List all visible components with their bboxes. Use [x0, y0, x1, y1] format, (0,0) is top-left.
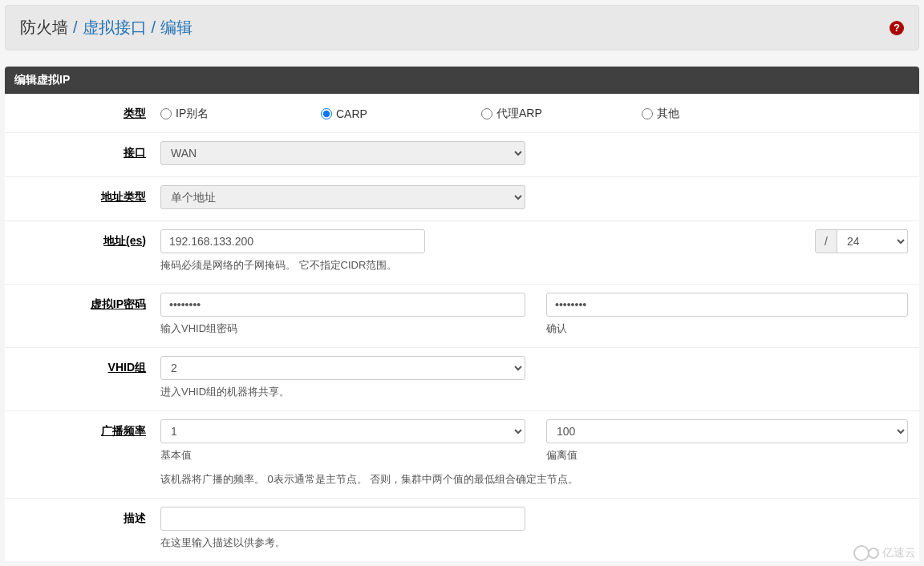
- vip-password-input[interactable]: [160, 293, 525, 317]
- row-adv-frequency: 广播频率 1 基本值 100 偏离值 该机器将广播的频率。 0表示通常是主节点。…: [5, 411, 919, 499]
- radio-proxyarp-input[interactable]: [481, 108, 492, 119]
- adv-skew-label: 偏离值: [546, 448, 908, 463]
- address-input[interactable]: [160, 229, 425, 253]
- radio-ipalias-label: IP别名: [176, 107, 209, 121]
- label-adv-frequency: 广播频率: [16, 419, 160, 439]
- row-vip-password: 虚拟IP密码 输入VHID组密码 确认: [5, 285, 919, 348]
- breadcrumb: 防火墙 / 虚拟接口 / 编辑: [20, 17, 192, 38]
- cidr-slash: /: [815, 229, 837, 253]
- radio-ipalias[interactable]: IP别名: [160, 107, 321, 121]
- label-vhid-group: VHID组: [16, 356, 160, 375]
- address-helper: 掩码必须是网络的子网掩码。 它不指定CIDR范围。: [160, 258, 908, 273]
- help-icon[interactable]: ?: [890, 21, 904, 35]
- breadcrumb-link-virtual-interface[interactable]: 虚拟接口: [83, 17, 147, 38]
- row-type: 类型 IP别名 CARP 代理ARP 其他: [5, 94, 919, 133]
- edit-virtual-ip-panel: 编辑虚拟IP 类型 IP别名 CARP 代理ARP 其他: [5, 67, 919, 561]
- row-interface: 接口 WAN: [5, 133, 919, 177]
- breadcrumb-sep: /: [152, 18, 156, 37]
- radio-carp-input[interactable]: [321, 108, 332, 119]
- page-header: 防火墙 / 虚拟接口 / 编辑 ?: [5, 5, 919, 51]
- label-type: 类型: [16, 102, 160, 121]
- radio-other-label: 其他: [657, 107, 679, 121]
- adv-freq-helper: 该机器将广播的频率。 0表示通常是主节点。 否则，集群中两个值的最低组合确定主节…: [160, 472, 908, 487]
- vip-password-confirm-input[interactable]: [546, 293, 908, 317]
- save-row: 保存设置: [0, 561, 924, 566]
- row-vhid-group: VHID组 2 进入VHID组的机器将共享。: [5, 348, 919, 411]
- radio-ipalias-input[interactable]: [160, 108, 172, 119]
- label-address-type: 地址类型: [16, 185, 160, 204]
- breadcrumb-root: 防火墙: [20, 17, 68, 38]
- radio-other-input[interactable]: [642, 108, 653, 119]
- cidr-select[interactable]: 24: [837, 229, 908, 253]
- breadcrumb-current[interactable]: 编辑: [160, 17, 192, 38]
- row-description: 描述 在这里输入描述以供参考。: [5, 499, 919, 561]
- description-input[interactable]: [160, 507, 525, 531]
- description-helper: 在这里输入描述以供参考。: [160, 536, 908, 550]
- adv-base-label: 基本值: [160, 448, 525, 463]
- radio-other[interactable]: 其他: [642, 107, 802, 121]
- address-type-select[interactable]: 单个地址: [160, 185, 525, 209]
- panel-title: 编辑虚拟IP: [5, 67, 919, 94]
- adv-skew-select[interactable]: 100: [546, 419, 908, 443]
- radio-carp-label: CARP: [336, 107, 367, 120]
- adv-base-select[interactable]: 1: [160, 419, 525, 443]
- row-address-type: 地址类型 单个地址: [5, 177, 919, 221]
- vip-password-confirm-helper: 确认: [546, 321, 908, 336]
- interface-select[interactable]: WAN: [160, 141, 525, 165]
- vhid-group-select[interactable]: 2: [160, 356, 525, 380]
- row-addresses: 地址(es) / 24 掩码必须是网络的子网掩码。 它不指定CIDR范围。: [5, 221, 919, 285]
- radio-proxyarp[interactable]: 代理ARP: [481, 107, 642, 121]
- vhid-helper: 进入VHID组的机器将共享。: [160, 385, 908, 399]
- radio-proxyarp-label: 代理ARP: [496, 107, 542, 121]
- vip-password-helper: 输入VHID组密码: [160, 321, 525, 336]
- watermark-icon: [868, 548, 879, 559]
- label-description: 描述: [16, 507, 160, 526]
- label-vip-password: 虚拟IP密码: [16, 293, 160, 312]
- watermark: 亿速云: [853, 545, 916, 561]
- label-addresses: 地址(es): [16, 229, 160, 249]
- watermark-icon: [853, 545, 869, 561]
- breadcrumb-sep: /: [73, 18, 78, 37]
- watermark-text: 亿速云: [882, 546, 916, 560]
- radio-carp[interactable]: CARP: [321, 107, 481, 121]
- label-interface: 接口: [16, 141, 160, 160]
